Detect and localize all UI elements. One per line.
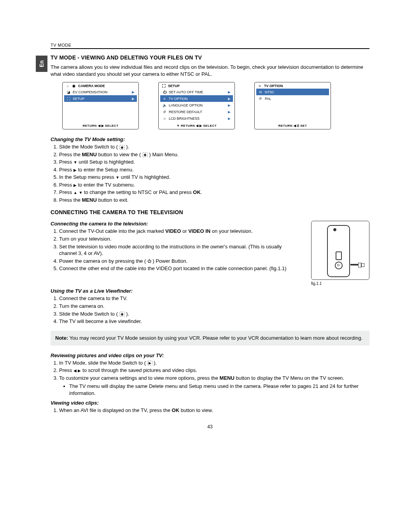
- subheading-viewing-clips: Viewing video clips:: [51, 400, 369, 406]
- text: button to view.: [179, 407, 213, 413]
- section-title-connecting: CONNECTING THE CAMERA TO THE TELEVISION: [51, 209, 369, 215]
- menu-label: MENU: [82, 197, 97, 203]
- screen1-title: CAMERA MODE: [78, 84, 105, 88]
- text: ).: [152, 360, 157, 366]
- screen1-row1: SETUP: [73, 97, 84, 101]
- list-icon: ≡: [258, 84, 262, 88]
- text: Press the: [59, 152, 82, 157]
- lcd-camera-mode: ◉ CAMERA MODE ◪ EV COMPENSATIION ⛶ SETUP…: [62, 82, 139, 129]
- list-item: Power the camera on by pressing the ( ⏻ …: [59, 257, 299, 265]
- language-tab: En: [36, 56, 47, 72]
- chevron-right-icon: [228, 90, 231, 94]
- ok-label: OK: [172, 407, 180, 413]
- screen3-footer: RETURN ◀ ⎙ SET: [255, 122, 331, 127]
- camera-mode-icon: ◉: [142, 152, 148, 157]
- note-text: You may record your TV Mode session by u…: [68, 335, 362, 341]
- screen1-footer: RETURN ◀ ▶ SELECT: [63, 122, 138, 127]
- list-item: To customize your camera settings and to…: [59, 374, 369, 398]
- list-item: In the Setup menu press until TV is high…: [59, 173, 369, 181]
- text: to change the setting to NTSC or PAL and…: [82, 189, 193, 195]
- note-box: Note: You may record your TV Mode sessio…: [51, 331, 369, 346]
- text: Slide the Mode Switch to (: [59, 311, 119, 317]
- text: to enter the Setup menu.: [77, 167, 134, 173]
- up-arrow-icon: [74, 190, 77, 196]
- list-item: Press the MENU button to view the ( ◉ ) …: [59, 151, 369, 159]
- list-item: Connect the TV-Out cable into the jack m…: [59, 227, 299, 235]
- text: Press: [59, 182, 74, 188]
- power-icon: ⏻: [163, 90, 166, 94]
- chevron-right-icon: [228, 117, 231, 120]
- restore-icon: ↺: [163, 110, 166, 114]
- check-icon: ✔: [324, 90, 327, 94]
- right-arrow-icon: [74, 168, 77, 173]
- text: Press: [59, 167, 74, 173]
- list-item: Press to scroll through the saved pictur…: [59, 367, 369, 374]
- screen2-row3: RESTORE DEFAULT: [169, 110, 202, 114]
- list-item: Turn on your television.: [59, 235, 299, 243]
- list-item: In TV Mode, slide the Mode Switch to ( ▶…: [59, 359, 369, 367]
- pal-icon: P: [259, 97, 262, 101]
- ev-icon: ◪: [66, 90, 70, 94]
- lcd-screens-row: ◉ CAMERA MODE ◪ EV COMPENSATIION ⛶ SETUP…: [62, 82, 369, 129]
- intro-paragraph: The camera allows you to view individual…: [51, 64, 369, 77]
- page: En TV MODE TV MODE - VIEWING AND DELETIN…: [51, 43, 369, 429]
- text: Slide the Mode Switch to (: [59, 144, 119, 150]
- chevron-right-icon: ▶: [132, 97, 135, 101]
- screen2-row1: TV OPTION: [169, 97, 188, 101]
- screen2-row4: LCD BRIGHTNESS: [169, 117, 200, 120]
- text: ) Power Button.: [151, 258, 187, 264]
- screen2-row0: SET AUTO OFF TIME: [169, 90, 203, 94]
- text: until Setup is highlighted.: [77, 159, 135, 165]
- up-arrow-icon: [66, 84, 70, 88]
- chevron-right-icon: ▶: [228, 97, 231, 101]
- power-icon: ⏻: [147, 258, 151, 264]
- camera-icon: ◉: [72, 84, 76, 88]
- list-item: Press to change the setting to NTSC or P…: [59, 189, 369, 196]
- subheading-reviewing: Reviewing pictures and video clips on yo…: [51, 353, 369, 358]
- steps-live-viewfinder: Connect the camera to the TV. Turn the c…: [51, 295, 369, 325]
- left-arrow-icon: [74, 368, 77, 374]
- list-item: Slide the Mode Switch to ( ◉ ).: [59, 310, 369, 318]
- chevron-right-icon: [132, 90, 135, 94]
- screen1-row0: EV COMPENSATIION: [73, 90, 107, 94]
- steps-changing-tv-mode: Slide the Mode Switch to ( ◉ ). Press th…: [51, 143, 369, 204]
- text: ).: [125, 144, 130, 150]
- text: To customize your camera settings and to…: [59, 375, 220, 381]
- list-item: Set the television to video mode accordi…: [59, 243, 299, 257]
- text: Press: [59, 367, 74, 373]
- list-item: Press the MENU button to exit.: [59, 196, 369, 204]
- camera-diagram: [311, 221, 369, 280]
- screen2-title: SETUP: [168, 84, 180, 88]
- steps-connecting: Connect the TV-Out cable into the jack m…: [51, 227, 299, 272]
- text: When an AVI file is displayed on the TV,…: [59, 407, 172, 413]
- chevron-right-icon: [228, 103, 231, 107]
- lcd-tv-option: ≡ TV OPTION N NTSC ✔ P PAL RETURN ◀ ⎙ SE…: [254, 82, 331, 129]
- text: ).: [125, 311, 130, 317]
- brightness-icon: ☼: [163, 117, 166, 120]
- steps-reviewing: In TV Mode, slide the Mode Switch to ( ▶…: [51, 359, 369, 398]
- camera-mode-icon: ◉: [119, 312, 125, 316]
- text: button to display the TV Menu on the TV …: [234, 375, 344, 381]
- text: In the Setup menu press: [59, 174, 116, 180]
- subheading-changing-tv-mode: Changing the TV Mode setting:: [51, 136, 369, 142]
- down-arrow-icon: [74, 160, 77, 165]
- ok-label: OK: [193, 189, 201, 195]
- text: Connect the TV-Out cable into the jack m…: [59, 228, 165, 234]
- down-arrow-icon: [116, 175, 119, 180]
- list-item: The TV will become a live viewfinder.: [59, 318, 369, 325]
- text: button to exit.: [97, 197, 129, 203]
- subheading-live-viewfinder: Using the TV as a Live Viewfinder:: [51, 288, 369, 294]
- steps-viewing-clips: When an AVI file is displayed on the TV,…: [51, 407, 369, 414]
- list-icon: ≡: [163, 97, 166, 101]
- lcd-setup: ⛶ SETUP ⏻ SET AUTO OFF TIME ≡ TV OPTION …: [158, 82, 235, 129]
- subheading-connecting: Connecting the camera to the television:: [51, 221, 299, 227]
- screen3-row1: PAL: [265, 97, 271, 101]
- text: .: [201, 189, 202, 195]
- list-item: Connect the other end of the cable into …: [59, 265, 299, 272]
- text: on your television.: [210, 228, 252, 234]
- list-item: Slide the Mode Switch to ( ◉ ).: [59, 143, 369, 151]
- video-label: VIDEO: [165, 228, 181, 234]
- chevron-right-icon: [228, 110, 231, 114]
- list-item: Press to enter the Setup menu.: [59, 166, 369, 174]
- text: Press the: [59, 197, 82, 203]
